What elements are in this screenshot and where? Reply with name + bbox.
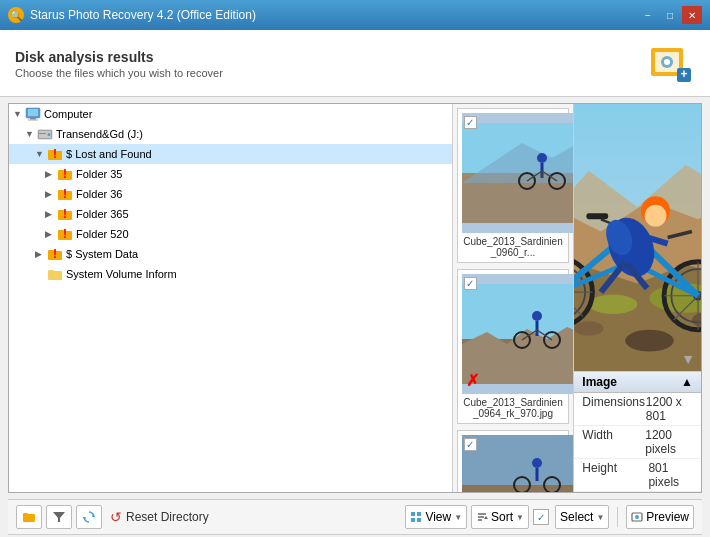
svg-text:!: ! xyxy=(63,207,67,221)
svg-point-69 xyxy=(626,330,675,352)
thumbnail-checkbox-1[interactable] xyxy=(464,116,477,129)
info-panel: Image ▲ Dimensions 1200 x 801 Width 1200… xyxy=(574,371,701,492)
header-icon: + xyxy=(647,40,695,88)
tree-label-sysdata: $ System Data xyxy=(66,248,138,260)
tree-item-sysdata[interactable]: ▶ ! $ System Data xyxy=(9,244,452,264)
toolbar-btn-refresh[interactable] xyxy=(76,505,102,529)
svg-point-12 xyxy=(48,133,51,136)
tree-arrow-f36: ▶ xyxy=(45,189,57,199)
sort-icon xyxy=(476,511,488,523)
title-bar: 🔍 Starus Photo Recovery 4.2 (Office Edit… xyxy=(0,0,710,30)
preview-controls: ▼ xyxy=(681,351,695,367)
tree-item-folder36[interactable]: ▶ ! Folder 36 xyxy=(9,184,452,204)
select-dropdown-arrow: ▼ xyxy=(596,513,604,522)
info-collapse-icon[interactable]: ▲ xyxy=(681,375,693,389)
toolbar-separator xyxy=(617,507,618,527)
svg-rect-108 xyxy=(417,512,421,516)
svg-text:!: ! xyxy=(53,247,57,261)
svg-rect-9 xyxy=(28,120,38,121)
view-icon xyxy=(410,511,422,523)
svg-point-39 xyxy=(537,153,547,163)
preview-button[interactable]: Preview xyxy=(626,505,694,529)
tree-arrow-sysdata: ▶ xyxy=(35,249,47,259)
tree-item-drive[interactable]: ▼ Transend&Gd (J:) xyxy=(9,124,452,144)
tree-item-folder35[interactable]: ▶ ! Folder 35 xyxy=(9,164,452,184)
tree-arrow-f365: ▶ xyxy=(45,209,57,219)
tree-label-f365: Folder 365 xyxy=(76,208,129,220)
tree-label-lost: $ Lost and Found xyxy=(66,148,152,160)
thumbnail-item-3[interactable]: ✗ xyxy=(457,430,570,492)
damaged-mark-2: ✗ xyxy=(466,371,479,390)
drive-icon xyxy=(37,126,53,142)
sysvolume-icon xyxy=(47,266,63,282)
folder35-icon: ! xyxy=(57,166,73,182)
thumbnail-image-2: ✗ xyxy=(462,274,575,394)
tree-item-sysvolume[interactable]: System Volume Inform xyxy=(9,264,452,284)
svg-rect-7 xyxy=(28,109,38,116)
preview-arrow-down[interactable]: ▼ xyxy=(681,351,695,367)
sort-dropdown-arrow: ▼ xyxy=(516,513,524,522)
svg-point-49 xyxy=(532,311,542,321)
title-bar-left: 🔍 Starus Photo Recovery 4.2 (Office Edit… xyxy=(8,7,256,23)
tree-item-computer[interactable]: ▼ Computer xyxy=(9,104,452,124)
select-checkbox[interactable] xyxy=(533,509,549,525)
tree-label-drive: Transend&Gd (J:) xyxy=(56,128,143,140)
preview-label: Preview xyxy=(646,510,689,524)
thumbnail-checkbox-2[interactable] xyxy=(464,277,477,290)
info-row-width: Width 1200 pixels xyxy=(574,426,701,459)
view-dropdown[interactable]: View ▼ xyxy=(405,505,467,529)
tree-item-folder365[interactable]: ▶ ! Folder 365 xyxy=(9,204,452,224)
file-tree-panel[interactable]: ▼ Computer ▼ Tr xyxy=(9,104,453,492)
preview-icon xyxy=(631,511,643,523)
window-title: Starus Photo Recovery 4.2 (Office Editio… xyxy=(30,8,256,22)
svg-rect-103 xyxy=(23,513,28,516)
reset-label: Reset Directory xyxy=(126,510,209,524)
svg-text:!: ! xyxy=(53,147,57,161)
view-label: View xyxy=(425,510,451,524)
thumbnail-label-1: Cube_2013_Sardinien_0960_r... xyxy=(462,236,565,258)
tree-arrow-lost: ▼ xyxy=(35,149,47,159)
svg-rect-13 xyxy=(39,133,46,134)
preview-panel: ▼ Image ▲ Dimensions 1200 x 801 Width 12… xyxy=(574,104,701,492)
computer-icon xyxy=(25,106,41,122)
toolbar: ↺ Reset Directory View ▼ Sort ▼ xyxy=(8,499,702,535)
reset-directory-button[interactable]: ↺ Reset Directory xyxy=(110,509,209,525)
tree-label-f520: Folder 520 xyxy=(76,228,129,240)
toolbar-btn-filter[interactable] xyxy=(46,505,72,529)
svg-rect-33 xyxy=(48,270,54,273)
select-label: Select xyxy=(560,510,593,524)
svg-rect-8 xyxy=(30,118,36,120)
svg-rect-94 xyxy=(587,213,609,219)
svg-text:!: ! xyxy=(63,167,67,181)
thumbnail-checkbox-3[interactable] xyxy=(464,438,477,451)
tree-label-f35: Folder 35 xyxy=(76,168,122,180)
tree-item-folder520[interactable]: ▶ ! Folder 520 xyxy=(9,224,452,244)
tree-item-lost-found[interactable]: ▼ ! $ Lost and Found xyxy=(9,144,452,164)
select-dropdown[interactable]: Select ▼ xyxy=(555,505,609,529)
svg-rect-109 xyxy=(411,518,415,522)
svg-rect-110 xyxy=(417,518,421,522)
header: Disk analysis results Choose the files w… xyxy=(0,30,710,97)
svg-text:+: + xyxy=(680,67,687,81)
preview-image-area: ▼ xyxy=(574,104,701,371)
thumbnails-panel[interactable]: Cube_2013_Sardinien_0960_r... xyxy=(453,104,575,492)
minimize-button[interactable]: − xyxy=(638,6,658,24)
info-value-dimensions: 1200 x 801 xyxy=(646,395,693,423)
thumbnail-item-2[interactable]: ✗ Cube_2013_Sardinien_0964_rk_970.jpg xyxy=(457,269,570,424)
info-row-dimensions: Dimensions 1200 x 801 xyxy=(574,393,701,426)
toolbar-btn-folder[interactable] xyxy=(16,505,42,529)
svg-point-57 xyxy=(532,458,542,468)
svg-point-66 xyxy=(575,321,604,336)
thumbnail-item-1[interactable]: Cube_2013_Sardinien_0960_r... xyxy=(457,108,570,263)
maximize-button[interactable]: □ xyxy=(660,6,680,24)
lost-found-icon: ! xyxy=(47,146,63,162)
page-subtitle: Choose the files which you wish to recov… xyxy=(15,67,223,79)
reset-icon: ↺ xyxy=(110,509,122,525)
tree-arrow-f35: ▶ xyxy=(45,169,57,179)
svg-text:!: ! xyxy=(63,187,67,201)
sort-dropdown[interactable]: Sort ▼ xyxy=(471,505,529,529)
tree-arrow-f520: ▶ xyxy=(45,229,57,239)
close-button[interactable]: ✕ xyxy=(682,6,702,24)
info-row-height: Height 801 pixels xyxy=(574,459,701,492)
toolbar-right: View ▼ Sort ▼ Select ▼ Preview xyxy=(405,505,694,529)
